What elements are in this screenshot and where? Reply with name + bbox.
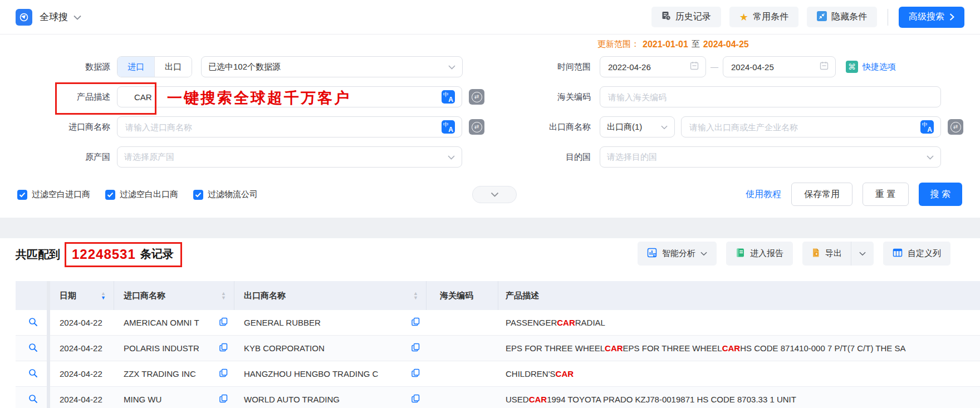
collapse-form-button[interactable] [472,186,517,203]
data-source-selected: 已选中102个数据源 [208,62,444,72]
cell-col-hs-code [427,310,498,335]
translate-icon[interactable]: 中A [920,120,934,134]
tab-export[interactable]: 出口 [154,57,192,77]
results-toolbar: BI 智能分析 进入报告 导出 自定 [638,242,950,266]
product-desc-label: 产品描述 [33,92,110,102]
hs-code-label: 海关编码 [498,92,591,102]
update-range-start: 2021-01-01 [643,40,688,50]
export-button[interactable]: 导出 [802,242,851,266]
export-label: 导出 [825,248,842,259]
product-text: EPS FOR THREE WHEEL [506,343,605,353]
calendar-icon [690,61,699,72]
custom-columns-button[interactable]: 自定义列 [883,242,950,266]
row-search-icon[interactable] [28,394,38,405]
export-dropdown-button[interactable] [851,242,874,266]
copy-icon[interactable] [411,394,420,405]
filter-checkbox-2[interactable]: 过滤物流公司 [193,189,258,200]
copy-icon[interactable] [219,343,228,353]
tutorial-link[interactable]: 使用教程 [746,189,781,200]
table-row: 2024-04-22MING WUWORLD AUTO TRADINGUSED … [16,387,980,408]
cell-row-detail-column [16,310,50,335]
frozen-pane-scrollbar[interactable] [47,281,50,408]
cell-text: AMERICAN OMNI T [124,318,199,327]
row-search-icon[interactable] [28,368,38,380]
cell-text: 2024-04-22 [60,369,102,378]
keyword-highlight: CAR [529,395,547,404]
synonym-search-icon[interactable]: ⇄ [469,89,484,105]
date-start-input[interactable] [607,62,690,72]
cell-text: 2024-04-22 [60,318,102,327]
reset-button[interactable]: 重 置 [863,183,908,206]
quick-options-link[interactable]: 快捷选项 [863,62,896,72]
chevron-down-icon [491,192,499,197]
copy-icon[interactable] [411,368,420,379]
date-end-input[interactable] [730,62,820,72]
chevron-down-icon[interactable] [74,12,81,22]
exporter-type-select[interactable]: 出口商(1) [600,116,675,137]
app-title: 全球搜 [40,11,68,23]
history-button[interactable]: 历史记录 [651,7,721,27]
chevron-right-icon [949,13,954,21]
importer-inputbox: 中A [117,116,462,137]
search-button[interactable]: 搜 索 [919,183,962,206]
save-conditions-button[interactable]: 保存常用 [791,183,852,206]
table-header-row-detail-column [16,281,50,310]
calendar-icon [820,61,829,72]
exporter-input[interactable] [688,122,916,132]
smart-analysis-button[interactable]: BI 智能分析 [638,242,717,266]
form-actions: 使用教程 保存常用 重 置 搜 索 [746,183,962,206]
cell-col-hs-code [427,336,498,361]
translate-icon[interactable]: 中A [442,120,455,134]
product-text: CHILDREN'S [506,369,556,378]
hs-code-inputbox [600,86,941,107]
chevron-down-icon [927,152,934,162]
copy-icon[interactable] [411,343,420,353]
hide-conditions-button[interactable]: 隐藏条件 [807,7,877,27]
table-body: 2024-04-22AMERICAN OMNI TGENERAL RUBBERP… [16,310,980,408]
cell-col-date: 2024-04-22 [50,336,114,361]
favorites-button[interactable]: ★ 常用条件 [729,7,798,27]
cell-col-hs-code [427,361,498,386]
copy-icon[interactable] [219,394,228,405]
importer-label: 进口商名称 [33,122,110,132]
translate-icon[interactable]: 中A [442,90,455,104]
row-search-icon[interactable] [28,343,38,354]
enter-report-button[interactable]: 进入报告 [726,242,793,266]
copy-icon[interactable] [219,368,228,379]
cell-col-date: 2024-04-22 [50,310,114,335]
table-header-col-importer[interactable]: 进口商名称▲▼ [114,281,234,310]
product-desc-input[interactable] [124,92,437,102]
data-source-select[interactable]: 已选中102个数据源 [201,56,463,77]
hs-code-input[interactable] [607,92,934,102]
row-search-icon[interactable] [28,317,38,328]
table-header: 日期▲▼进口商名称▲▼出口商名称▲▼海关编码产品描述 [16,281,980,310]
export-icon [811,248,820,259]
chevron-down-icon [661,122,668,132]
synonym-search-icon[interactable]: ⇄ [948,119,963,135]
tab-import[interactable]: 进口 [117,57,154,77]
product-text: EPS FOR THREE WHEEL [623,343,722,353]
data-source-label: 数据源 [33,62,110,72]
table-header-col-date[interactable]: 日期▲▼ [50,281,114,310]
product-desc-inputbox: 中A [117,86,462,107]
copy-icon[interactable] [411,317,420,328]
date-start-inputbox [600,56,706,77]
chevron-down-icon [448,62,455,72]
synonym-search-icon[interactable]: ⇄ [469,119,484,135]
checkbox-checked-icon [193,190,203,200]
filter-checkbox-1[interactable]: 过滤空白出口商 [105,189,178,200]
history-icon [661,11,671,23]
product-text: PASSENGER [506,318,557,327]
filter-checkbox-0[interactable]: 过滤空白进口商 [17,189,90,200]
origin-country-select[interactable]: 请选择原产国 [117,146,462,168]
table-row: 2024-04-22POLARIS INDUSTRKYB CORPORATION… [16,336,980,361]
cell-col-product: USED CAR 1994 TOYOTA PRADO KZJ78-0019871… [498,387,980,408]
table-header-col-exporter[interactable]: 出口商名称▲▼ [234,281,427,310]
copy-icon[interactable] [219,317,228,328]
match-suffix: 条记录 [140,247,174,262]
importer-input[interactable] [124,122,437,132]
advanced-search-button[interactable]: 高级搜索 [899,7,964,28]
table-header-col-hs-code: 海关编码 [427,281,498,310]
results-table: 日期▲▼进口商名称▲▼出口商名称▲▼海关编码产品描述 2024-04-22AME… [16,281,980,408]
destination-select[interactable]: 请选择目的国 [600,146,941,168]
